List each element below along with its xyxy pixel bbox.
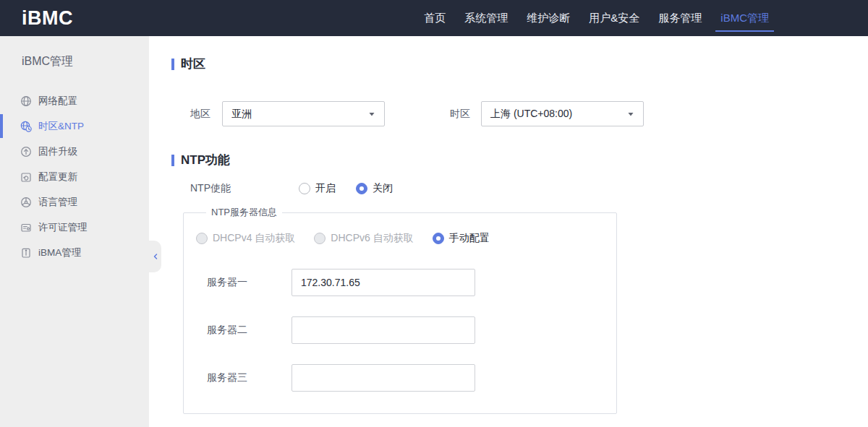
- ntp-server-1-input[interactable]: [292, 269, 475, 296]
- sidebar-menu: 网络配置 时区&NTP 固件升级: [0, 88, 149, 265]
- ntp-server-group-legend: NTP服务器信息: [206, 206, 282, 219]
- chevron-left-icon: [151, 252, 160, 261]
- sidebar-title: iBMC管理: [0, 53, 149, 69]
- section-title-ntp: NTP功能: [181, 152, 230, 168]
- sidebar-item-network-config[interactable]: 网络配置: [0, 88, 149, 113]
- sidebar-item-label: 固件升级: [38, 145, 77, 158]
- section-title-timezone: 时区: [181, 56, 205, 72]
- timezone-select-value: 上海 (UTC+08:00): [490, 108, 572, 121]
- sidebar-item-label: 语言管理: [38, 196, 77, 209]
- timezone-icon: [20, 121, 32, 132]
- nav-item-system-management[interactable]: 系统管理: [459, 0, 513, 36]
- radio-ntp-on[interactable]: 开启: [299, 182, 336, 195]
- region-select[interactable]: 亚洲: [222, 101, 385, 126]
- ntp-server-3-row: 服务器三: [196, 364, 616, 392]
- radio-circle: [433, 233, 444, 244]
- nav-item-ibmc-management[interactable]: iBMC管理: [715, 0, 774, 36]
- ntp-server-2-input[interactable]: [292, 316, 475, 344]
- radio-dhcpv6-label: DHCPv6 自动获取: [331, 232, 413, 245]
- ntp-server-3-input[interactable]: [292, 364, 475, 392]
- ntp-section-header: NTP功能: [171, 152, 868, 168]
- ntp-server-3-label: 服务器三: [207, 371, 292, 384]
- radio-ntp-off-label: 关闭: [373, 182, 393, 195]
- timezone-select[interactable]: 上海 (UTC+08:00): [481, 101, 644, 126]
- firmware-upgrade-icon: [20, 146, 32, 158]
- config-update-icon: [20, 171, 32, 183]
- chevron-down-icon: [368, 111, 375, 118]
- nav-item-maintenance-diagnosis[interactable]: 维护诊断: [522, 0, 575, 36]
- sidebar-item-label: 配置更新: [38, 171, 77, 184]
- license-icon: [20, 222, 32, 233]
- radio-ntp-off[interactable]: 关闭: [356, 182, 393, 195]
- timezone-form-row: 地区 亚洲 时区 上海 (UTC+08:00): [171, 101, 868, 126]
- network-icon: [20, 95, 32, 107]
- sidebar-item-license-management[interactable]: 许可证管理: [0, 215, 149, 240]
- section-accent-bar: [171, 155, 174, 166]
- radio-manual-config[interactable]: 手动配置: [433, 232, 490, 245]
- radio-circle: [356, 183, 367, 194]
- sidebar-item-label: 网络配置: [38, 95, 77, 108]
- nav-item-service-management[interactable]: 服务管理: [653, 0, 707, 36]
- region-select-value: 亚洲: [231, 108, 252, 121]
- ntp-server-2-label: 服务器二: [207, 324, 292, 337]
- ntp-server-group: NTP服务器信息 DHCPv4 自动获取 DHCPv6 自动获取 手动配置: [183, 206, 617, 414]
- sidebar-item-ibma-management[interactable]: iBMA管理: [0, 240, 149, 265]
- radio-manual-config-label: 手动配置: [449, 232, 490, 245]
- sidebar-collapse-button[interactable]: [149, 241, 161, 272]
- main-content: 时区 地区 亚洲 时区 上海 (UTC+08:00): [149, 36, 868, 427]
- ntp-server-1-label: 服务器一: [207, 276, 292, 289]
- chevron-down-icon: [627, 111, 634, 118]
- sidebar-item-label: iBMA管理: [38, 246, 81, 259]
- sidebar-item-label: 许可证管理: [38, 221, 88, 234]
- radio-dhcpv6: DHCPv6 自动获取: [314, 232, 413, 245]
- sidebar: iBMC管理 网络配置 时区&NTP: [0, 36, 149, 427]
- radio-dhcpv4: DHCPv4 自动获取: [196, 232, 295, 245]
- sidebar-item-firmware-upgrade[interactable]: 固件升级: [0, 139, 149, 164]
- nav-item-home[interactable]: 首页: [419, 0, 451, 36]
- ibma-icon: [20, 247, 32, 259]
- sidebar-item-label: 时区&NTP: [38, 120, 84, 133]
- radio-circle: [299, 183, 310, 194]
- radio-dhcpv4-label: DHCPv4 自动获取: [213, 232, 295, 245]
- radio-circle: [314, 233, 326, 244]
- top-nav-menu: 首页 系统管理 维护诊断 用户&安全 服务管理 iBMC管理: [414, 0, 778, 36]
- top-navbar: iBMC 首页 系统管理 维护诊断 用户&安全 服务管理 iBMC管理: [0, 0, 868, 36]
- ntp-enable-label: NTP使能: [190, 182, 299, 195]
- page-body: iBMC管理 网络配置 时区&NTP: [0, 36, 868, 427]
- region-label: 地区: [190, 108, 222, 121]
- ntp-server-2-row: 服务器二: [196, 316, 616, 344]
- timezone-label: 时区: [450, 108, 481, 121]
- nav-item-user-security[interactable]: 用户&安全: [584, 0, 644, 36]
- ntp-enable-row: NTP使能 开启 关闭: [171, 182, 868, 195]
- language-icon: [20, 197, 32, 208]
- app-window: iBMC 首页 系统管理 维护诊断 用户&安全 服务管理 iBMC管理 iBMC…: [0, 0, 868, 427]
- sidebar-item-config-update[interactable]: 配置更新: [0, 164, 149, 189]
- timezone-section-header: 时区: [171, 56, 868, 72]
- ibmc-logo: iBMC: [22, 7, 73, 30]
- ntp-mode-row: DHCPv4 自动获取 DHCPv6 自动获取 手动配置: [196, 232, 616, 245]
- radio-circle: [196, 233, 208, 244]
- ntp-server-1-row: 服务器一: [196, 269, 616, 296]
- sidebar-item-language-management[interactable]: 语言管理: [0, 189, 149, 215]
- section-accent-bar: [171, 59, 174, 70]
- radio-ntp-on-label: 开启: [315, 182, 336, 195]
- sidebar-item-timezone-ntp[interactable]: 时区&NTP: [0, 113, 149, 139]
